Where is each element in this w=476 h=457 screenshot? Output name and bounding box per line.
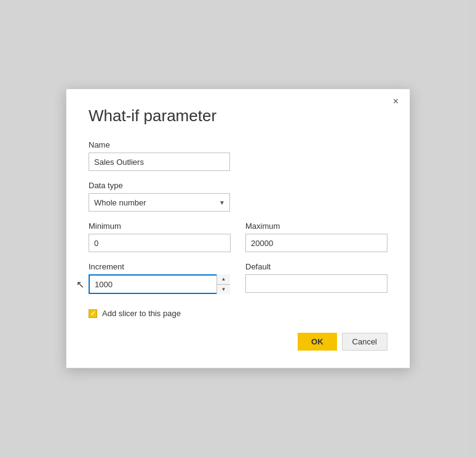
minimum-group: Minimum xyxy=(89,221,231,262)
name-input[interactable] xyxy=(89,153,230,171)
minimum-input[interactable] xyxy=(89,234,231,252)
datatype-select-wrapper: Whole number Decimal number Fixed decima… xyxy=(89,193,230,212)
dialog-title: What-if parameter xyxy=(89,106,387,125)
default-input[interactable] xyxy=(245,274,387,293)
spinner-buttons: ▲ ▼ xyxy=(216,274,230,294)
increment-default-row: Increment ↖ ▲ ▼ Defau xyxy=(89,262,387,304)
min-max-row: Minimum Maximum xyxy=(89,221,387,262)
add-slicer-label: Add slicer to this page xyxy=(102,309,181,318)
datatype-group: Data type Whole number Decimal number Fi… xyxy=(89,181,387,212)
checkmark-icon: ✓ xyxy=(90,311,95,317)
datatype-select[interactable]: Whole number Decimal number Fixed decima… xyxy=(89,193,230,212)
name-group: Name xyxy=(89,140,387,171)
datatype-label: Data type xyxy=(89,181,387,190)
dialog-overlay: × What-if parameter Name Data type Whole… xyxy=(0,0,476,457)
increment-input[interactable] xyxy=(89,274,230,294)
name-label: Name xyxy=(89,140,387,149)
maximum-group: Maximum xyxy=(245,221,387,262)
default-group: Default xyxy=(245,262,387,304)
increment-input-wrapper: ▲ ▼ xyxy=(89,274,230,294)
cursor-icon: ↖ xyxy=(76,279,84,290)
add-slicer-checkbox[interactable]: ✓ xyxy=(89,309,97,318)
default-label: Default xyxy=(245,262,387,271)
cancel-button[interactable]: Cancel xyxy=(342,333,387,351)
maximum-input[interactable] xyxy=(245,234,387,252)
add-slicer-row: ✓ Add slicer to this page xyxy=(89,309,387,318)
dialog-footer: OK Cancel xyxy=(89,333,387,351)
ok-button[interactable]: OK xyxy=(298,333,337,351)
spinner-up-button[interactable]: ▲ xyxy=(217,274,230,285)
minimum-label: Minimum xyxy=(89,221,231,231)
spinner-down-button[interactable]: ▼ xyxy=(217,285,230,295)
increment-group: Increment ↖ ▲ ▼ xyxy=(89,262,231,304)
maximum-label: Maximum xyxy=(245,221,387,231)
close-button[interactable]: × xyxy=(391,95,401,108)
what-if-dialog: × What-if parameter Name Data type Whole… xyxy=(66,89,410,368)
increment-label: Increment xyxy=(89,262,231,271)
